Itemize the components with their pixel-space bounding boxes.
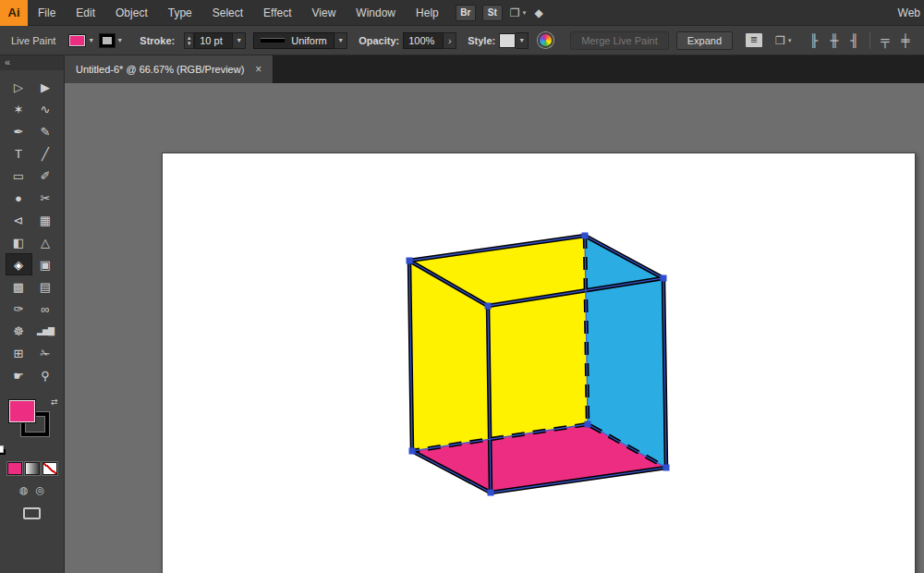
menu-object[interactable]: Object [105,0,158,26]
tool-hand[interactable]: ☛ [6,364,32,386]
opacity-input[interactable]: 100% [403,32,444,49]
draw-behind-icon[interactable]: ◎ [36,484,45,496]
default-fill-stroke-icon[interactable] [0,445,4,453]
cube-artwork[interactable] [65,83,924,573]
width-profile-chevron[interactable]: ▼ [334,32,347,49]
align-horizontal-center-icon[interactable]: ╫ [824,33,845,47]
fill-stroke-controls: ⇄ [6,399,58,442]
tool-eyedropper[interactable]: ✑ [6,298,32,320]
document-tab[interactable]: Untitled-6* @ 66.67% (RGB/Preview) × [65,55,274,83]
stroke-color-control[interactable]: ▼ [100,33,125,48]
tool-blob-brush[interactable]: ● [6,187,32,209]
anchor-point[interactable] [485,303,492,310]
menu-file[interactable]: File [28,0,66,26]
workspace-switcher[interactable]: Web [889,6,924,19]
color-button[interactable] [7,462,22,475]
tool-lasso[interactable]: ∿ [32,98,59,120]
tool-perspective-grid[interactable]: △ [32,231,59,253]
graphic-style-dropdown[interactable]: ▼ [516,32,529,49]
anchor-point[interactable] [407,258,413,264]
cs-live-button[interactable]: ◆ [534,6,542,19]
pen-icon: ✒ [14,125,24,139]
menu-view[interactable]: View [302,0,346,26]
tool-pencil[interactable]: ✎ [32,120,59,142]
swap-fill-stroke-icon[interactable]: ⇄ [51,397,58,407]
menu-help[interactable]: Help [406,0,449,26]
tool-magic-wand[interactable]: ✶ [6,98,32,120]
stroke-weight-dropdown[interactable]: ▼ [233,32,246,49]
canvas[interactable] [65,83,924,573]
tool-gradient[interactable]: ▤ [32,275,59,298]
stepper-down-icon[interactable]: ▼ [187,41,192,46]
tool-slice[interactable]: ✁ [32,342,59,364]
tool-shape-builder[interactable]: ◧ [6,231,32,253]
tool-paintbrush[interactable]: ✐ [32,165,59,187]
fill-color-control[interactable]: ▼ [68,33,96,48]
tool-symbol-sprayer[interactable]: ☸ [6,320,32,342]
tool-rectangle[interactable]: ▭ [6,165,32,187]
tool-free-transform[interactable]: ▦ [32,209,59,231]
draw-normal-icon[interactable]: ◍ [19,484,29,496]
tool-artboard[interactable]: ⊞ [6,342,32,364]
menu-edit[interactable]: Edit [66,0,105,26]
anchor-point[interactable] [661,275,667,282]
tool-type[interactable]: T [6,142,32,165]
recolor-artwork-icon[interactable] [538,32,553,48]
tool-line-segment[interactable]: ╱ [32,142,59,165]
align-horizontal-left-icon[interactable]: ╟ [804,33,824,47]
close-icon[interactable]: × [255,63,261,76]
fill-color-swatch[interactable] [68,34,86,47]
variable-width-profile-dropdown[interactable]: Uniform [253,32,334,49]
tool-width-tool[interactable]: ⊲ [6,209,32,231]
tool-mesh[interactable]: ▩ [6,275,32,298]
anchor-point[interactable] [663,465,670,471]
stroke-weight-stepper[interactable]: ▲ ▼ [184,32,194,49]
slice-icon: ✁ [41,347,51,360]
tool-scissors[interactable]: ✂ [32,187,59,209]
bridge-button[interactable]: Br [456,5,476,21]
blob-brush-icon: ● [15,191,22,205]
stroke-profile-line-icon [261,39,285,43]
selection-type-label: Live Paint [11,35,55,46]
main-area: « ▷▶✶∿✒✎T╱▭✐●✂⊲▦◧△◈▣▩▤✑∞☸▂▅▇⊞✁☛⚲ ⇄ ◍ ◎ [0,55,924,573]
align-horizontal-right-icon[interactable]: ╢ [845,33,865,47]
chevron-down-icon[interactable]: ▼ [115,33,125,48]
distribute-vertical-icon[interactable]: ╪ [895,33,916,47]
menu-select[interactable]: Select [202,0,253,26]
panel-options-icon[interactable]: ≣ [746,33,762,47]
menu-effect[interactable]: Effect [253,0,301,26]
gradient-button[interactable] [25,462,40,475]
expand-button[interactable]: Expand [676,31,733,50]
anchor-point[interactable] [585,421,591,428]
collapse-panel-icon[interactable]: « [5,56,10,67]
tool-live-paint-selection[interactable]: ▣ [32,253,59,275]
opacity-panel-arrow[interactable]: › [444,32,456,49]
anchor-point[interactable] [582,233,589,239]
anchor-point[interactable] [488,490,494,496]
anchor-point[interactable] [409,448,416,455]
tool-column-graph[interactable]: ▂▅▇ [32,320,59,342]
stock-button[interactable]: St [482,5,503,21]
menu-type[interactable]: Type [158,0,202,26]
tool-pen[interactable]: ✒ [6,120,32,142]
stroke-weight-input[interactable]: 10 pt [194,32,233,49]
arrange-documents-button[interactable]: ❐ ▼ [510,6,528,19]
document-setup-button[interactable]: ❐ ▼ [775,34,793,47]
tool-selection[interactable]: ▷ [6,76,32,98]
tool-blend[interactable]: ∞ [32,298,59,320]
tool-live-paint-bucket[interactable]: ◈ [6,253,32,275]
drawing-mode-controls: ◍ ◎ [19,484,44,496]
workspace: Untitled-6* @ 66.67% (RGB/Preview) × [65,55,924,573]
tool-zoom[interactable]: ⚲ [32,364,59,386]
none-button[interactable] [43,462,57,475]
chevron-down-icon[interactable]: ▼ [86,33,96,48]
width-profile-value: Uniform [291,35,327,46]
rectangle-icon: ▭ [13,169,24,183]
graphic-style-swatch[interactable] [499,33,516,48]
tool-direct-selection[interactable]: ▶ [32,76,59,98]
screen-mode-icon[interactable] [23,507,41,519]
menu-window[interactable]: Window [346,0,406,26]
stroke-color-swatch[interactable] [100,34,115,47]
fill-swatch[interactable] [8,399,36,423]
align-vertical-top-icon[interactable]: ╤ [875,33,895,47]
